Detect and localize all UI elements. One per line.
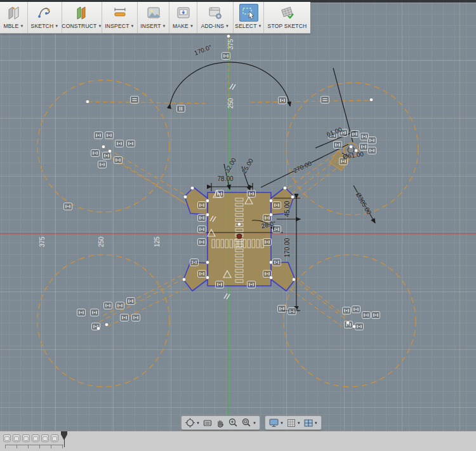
zoom-icon[interactable] [227, 417, 240, 429]
dropdown-caret-icon: ▼ [190, 24, 194, 28]
make-icon [174, 4, 193, 22]
inspect-icon [110, 4, 129, 22]
toolbar-button-select[interactable]: SELECT▼ [234, 2, 264, 33]
timeline-feature-icon[interactable] [3, 434, 11, 442]
timeline-feature-icon[interactable] [32, 434, 39, 442]
construct-icon [72, 4, 91, 22]
navigation-tools-group: ▼ ▼ [181, 415, 260, 430]
grid-settings-icon[interactable]: ▼ [285, 417, 302, 429]
toolbar-button-assemble[interactable]: MBLE▼ [0, 2, 28, 33]
toolbar-label: MAKE [173, 23, 188, 29]
dropdown-caret-icon: ▼ [55, 24, 58, 28]
toolbar-label: SELECT [235, 23, 256, 29]
toolbar-button-stop-sketch[interactable]: STOP SKETCH [264, 2, 310, 33]
toolbar-button-make[interactable]: MAKE▼ [169, 2, 197, 33]
toolbar-button-insert[interactable]: INSERT▼ [138, 2, 169, 33]
timeline-ruler [5, 445, 63, 448]
timeline-feature-icon[interactable] [41, 434, 49, 442]
display-settings-group: ▼ ▼ ▼ [265, 415, 322, 430]
dropdown-caret-icon: ▼ [280, 421, 284, 425]
toolbar-label: INSPECT [105, 23, 129, 29]
dropdown-caret-icon: ▼ [196, 421, 200, 425]
assemble-icon [4, 4, 23, 22]
sketch-icon [36, 4, 55, 22]
toolbar-label: ADD-INS [201, 23, 224, 29]
dropdown-caret-icon: ▼ [98, 24, 102, 28]
dropdown-caret-icon: ▼ [314, 421, 318, 425]
dropdown-caret-icon: ▼ [253, 421, 256, 425]
dropdown-caret-icon: ▼ [131, 24, 135, 28]
view-navbar: ▼ ▼ ▼ ▼ ▼ [181, 415, 322, 430]
dropdown-caret-icon: ▼ [20, 24, 23, 28]
stop-sketch-icon [278, 4, 297, 22]
look-at-icon[interactable] [201, 417, 214, 429]
dropdown-caret-icon: ▼ [258, 24, 262, 28]
timeline-bar [0, 431, 476, 451]
pan-icon[interactable] [214, 417, 227, 429]
timeline-feature-icon[interactable] [13, 434, 20, 442]
viewports-icon[interactable]: ▼ [302, 417, 319, 429]
dropdown-caret-icon: ▼ [225, 24, 229, 28]
select-icon [239, 4, 258, 22]
dropdown-caret-icon: ▼ [297, 421, 301, 425]
addins-icon: >- [206, 4, 225, 22]
timeline-feature-icon[interactable] [51, 434, 58, 442]
toolbar-label: INSERT [140, 23, 161, 29]
toolbar-label: STOP SKETCH [268, 23, 307, 29]
zoom-window-icon[interactable]: ▼ [240, 417, 258, 429]
viewport-canvas[interactable] [0, 2, 476, 431]
toolbar-button-construct[interactable]: CONSTRUCT▼ [62, 2, 102, 33]
dropdown-caret-icon: ▼ [162, 24, 166, 28]
toolbar-label: SKETCH [31, 23, 54, 29]
display-settings-icon[interactable]: ▼ [267, 417, 285, 429]
toolbar-label: CONSTRUCT [62, 23, 96, 29]
toolbar-button-sketch[interactable]: SKETCH▼ [28, 2, 62, 33]
timeline-playhead[interactable] [61, 432, 67, 447]
orbit-icon[interactable]: ▼ [183, 417, 201, 429]
timeline-feature-icon[interactable] [22, 434, 30, 442]
toolbar-button-addins[interactable]: >- ADD-INS▼ [197, 2, 234, 33]
main-toolbar: MBLE▼ SKETCH▼ CONSTRUCT▼ INSPECT▼ INSERT… [0, 2, 310, 34]
toolbar-button-inspect[interactable]: INSPECT▼ [102, 2, 138, 33]
insert-icon [144, 4, 163, 22]
toolbar-label: MBLE [3, 23, 18, 29]
